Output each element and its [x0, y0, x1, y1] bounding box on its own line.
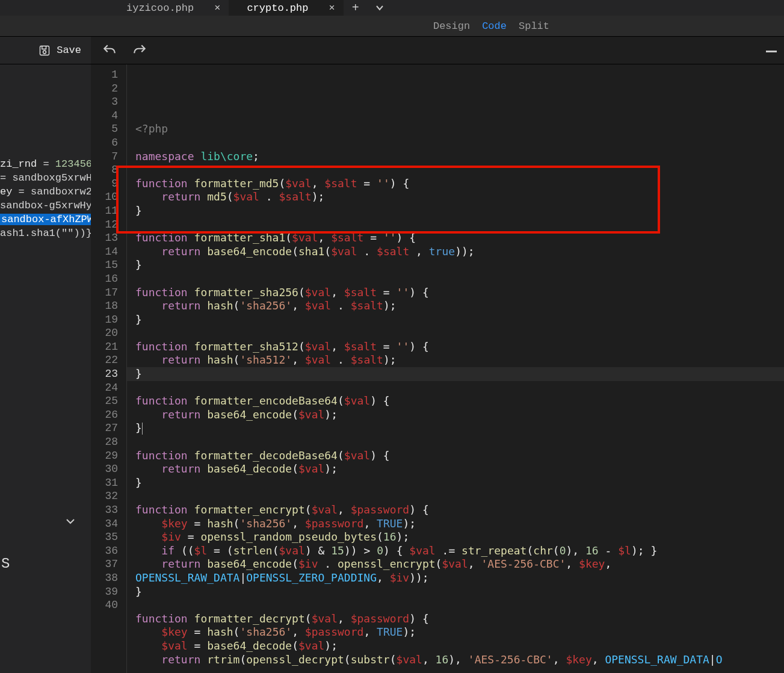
view-mode-bar: Design Code Split	[0, 16, 784, 37]
add-tab-button[interactable]: +	[344, 0, 368, 16]
view-design[interactable]: Design	[433, 20, 470, 32]
line-number-gutter: 1234567891011121314151617181920212223242…	[91, 64, 127, 673]
view-code[interactable]: Code	[482, 20, 507, 32]
tab-label: iyzicoo.php	[126, 2, 194, 14]
panel-footer-letter: S	[0, 557, 10, 571]
code-editor[interactable]: 1234567891011121314151617181920212223242…	[91, 64, 784, 673]
code-text: <?php namespace lib\core; function forma…	[135, 122, 784, 666]
redo-icon[interactable]	[132, 43, 147, 58]
tab-label: crypto.php	[247, 2, 308, 14]
left-code-strip: zi_rnd = 123456789 = sandboxg5xrwHyFey =…	[0, 64, 91, 240]
save-icon	[39, 45, 51, 57]
undo-icon[interactable]	[102, 43, 117, 58]
tab-dropdown-button[interactable]	[368, 0, 392, 16]
close-icon[interactable]: ×	[329, 2, 335, 14]
save-button[interactable]: Save	[57, 45, 81, 56]
history-bar	[91, 37, 784, 64]
svg-point-1	[43, 51, 46, 54]
tab-iyzicoo[interactable]: iyzicoo.php ×	[108, 0, 229, 16]
save-bar: Save	[0, 37, 91, 64]
chevron-down-icon[interactable]	[0, 508, 91, 535]
close-icon[interactable]: ×	[214, 2, 220, 14]
code-area[interactable]: <?php namespace lib\core; function forma…	[127, 64, 784, 673]
tab-crypto[interactable]: crypto.php ×	[229, 0, 343, 16]
tab-bar: iyzicoo.php × crypto.php × +	[0, 0, 784, 16]
left-sidebar: Save zi_rnd = 123456789 = sandboxg5xrwHy…	[0, 37, 91, 673]
minimize-icon[interactable]	[762, 42, 780, 60]
view-split[interactable]: Split	[519, 20, 549, 32]
